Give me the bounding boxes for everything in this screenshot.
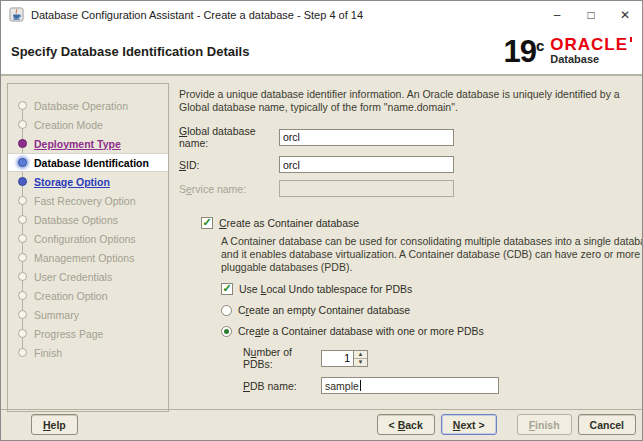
container-db-section: ✓ Create as Container database A Contain…	[201, 217, 632, 394]
step-label: Progress Page	[34, 328, 103, 340]
step-node-icon	[18, 215, 27, 224]
step-label: Summary	[34, 309, 79, 321]
step-label: Database Options	[34, 214, 118, 226]
step-label: Database Operation	[34, 100, 128, 112]
local-undo-checkbox-row[interactable]: ✓ Use Local Undo tablespace for PDBs	[221, 283, 632, 295]
wizard-steps-panel: Database OperationCreation ModeDeploymen…	[7, 83, 169, 412]
global-db-name-label: Global database name:	[179, 125, 279, 149]
sid-input[interactable]	[279, 156, 454, 173]
step-node-icon	[18, 196, 27, 205]
step-label: Management Options	[34, 252, 134, 264]
oracle-wordmark: ORACLE	[550, 37, 628, 52]
container-db-options: ✓ Use Local Undo tablespace for PDBs Cre…	[221, 283, 632, 394]
num-pdbs-stepper: ▲ ▼	[321, 350, 368, 367]
service-name-input	[279, 180, 454, 197]
step-label: Creation Mode	[34, 119, 103, 131]
page-header: Specify Database Identification Details …	[1, 28, 642, 76]
step-label: Configuration Options	[34, 233, 136, 245]
page-title: Specify Database Identification Details	[11, 44, 249, 59]
minimize-icon[interactable]: –	[540, 2, 574, 28]
num-pdbs-label: Number of PDBs:	[243, 346, 321, 370]
create-cdb-checkbox-row[interactable]: ✓ Create as Container database	[201, 217, 632, 229]
sid-label: SID:	[179, 159, 279, 171]
step-node-icon	[18, 158, 27, 167]
sidebar-step: Summary	[8, 305, 168, 324]
step-label: Deployment Type	[34, 138, 121, 150]
java-icon	[9, 7, 24, 22]
service-name-row: Service name:	[179, 180, 632, 197]
sidebar-step[interactable]: Deployment Type	[8, 134, 168, 153]
num-pdbs-row: Number of PDBs: ▲ ▼	[243, 346, 632, 370]
sidebar-step: Finish	[8, 343, 168, 362]
app-window: Database Configuration Assistant - Creat…	[0, 0, 643, 441]
button-bar: Help < Back Next > Finish Cancel	[1, 410, 642, 440]
panel-description: Provide a unique database identifier inf…	[179, 88, 641, 114]
sidebar-step: Database Operation	[8, 96, 168, 115]
global-db-name-input[interactable]	[279, 129, 454, 146]
step-node-icon	[18, 272, 27, 281]
service-name-label: Service name:	[179, 183, 279, 195]
step-node-icon	[18, 329, 27, 338]
step-label: Database Identification	[34, 157, 149, 169]
step-label: Fast Recovery Option	[34, 195, 136, 207]
logo-version: 19	[503, 39, 535, 65]
pdb-name-input[interactable]: sample	[321, 377, 499, 394]
empty-cdb-radio[interactable]	[221, 305, 232, 316]
maximize-icon[interactable]: □	[574, 2, 608, 28]
sidebar-step: Database Identification	[8, 153, 168, 172]
next-button[interactable]: Next >	[441, 414, 497, 435]
sidebar-step: Progress Page	[8, 324, 168, 343]
checkmark-icon: ✓	[202, 217, 211, 227]
global-db-name-row: Global database name:	[179, 125, 632, 149]
sidebar-step: Creation Option	[8, 286, 168, 305]
local-undo-checkbox[interactable]: ✓	[221, 283, 233, 295]
oracle-19c-logo: 19 c ORACLE Database	[503, 37, 628, 65]
step-label: Finish	[34, 347, 62, 359]
cdb-with-pdbs-radio-row[interactable]: Create a Container database with one or …	[221, 325, 632, 337]
spinner-up-icon[interactable]: ▲	[354, 351, 367, 359]
step-node-icon	[18, 177, 27, 186]
pdb-name-row: PDB name: sample	[243, 377, 632, 394]
window-title: Database Configuration Assistant - Creat…	[31, 9, 540, 21]
spinner-down-icon[interactable]: ▼	[354, 359, 367, 366]
num-pdbs-input[interactable]	[321, 350, 354, 367]
step-node-icon	[18, 101, 27, 110]
step-label: Storage Option	[34, 176, 110, 188]
sidebar-step: Management Options	[8, 248, 168, 267]
step-node-icon	[18, 253, 27, 262]
help-button[interactable]: Help	[31, 414, 78, 435]
step-node-icon	[18, 139, 27, 148]
sidebar-step: User Credentials	[8, 267, 168, 286]
main-panel: Provide a unique database identifier inf…	[169, 77, 643, 412]
sidebar-step[interactable]: Storage Option	[8, 172, 168, 191]
sidebar-step: Configuration Options	[8, 229, 168, 248]
pdb-name-value: sample	[325, 380, 359, 392]
cancel-button[interactable]: Cancel	[578, 414, 636, 435]
sidebar-steps: Database OperationCreation ModeDeploymen…	[8, 96, 168, 362]
empty-cdb-radio-row[interactable]: Create an empty Container database	[221, 304, 632, 316]
step-node-icon	[18, 348, 27, 357]
sidebar-step: Creation Mode	[8, 115, 168, 134]
cdb-with-pdbs-label: Create a Container database with one or …	[238, 325, 484, 337]
sid-row: SID:	[179, 156, 632, 173]
create-cdb-checkbox[interactable]: ✓	[201, 217, 213, 229]
step-node-icon	[18, 291, 27, 300]
step-node-icon	[18, 310, 27, 319]
container-db-description: A Container database can be used for con…	[221, 235, 643, 274]
close-icon[interactable]: ✕	[608, 2, 642, 28]
back-button[interactable]: < Back	[377, 414, 435, 435]
step-label: User Credentials	[34, 271, 112, 283]
title-bar: Database Configuration Assistant - Creat…	[1, 1, 642, 28]
text-caret	[360, 380, 361, 391]
create-cdb-label: Create as Container database	[219, 217, 359, 229]
step-label: Creation Option	[34, 290, 108, 302]
step-node-icon	[18, 120, 27, 129]
sidebar-step: Database Options	[8, 210, 168, 229]
pdb-name-label: PDB name:	[243, 380, 321, 392]
step-node-icon	[18, 234, 27, 243]
empty-cdb-label: Create an empty Container database	[238, 304, 410, 316]
finish-button: Finish	[517, 414, 572, 435]
cdb-with-pdbs-radio[interactable]	[221, 326, 232, 337]
checkmark-icon: ✓	[222, 283, 231, 293]
local-undo-label: Use Local Undo tablespace for PDBs	[239, 283, 412, 295]
